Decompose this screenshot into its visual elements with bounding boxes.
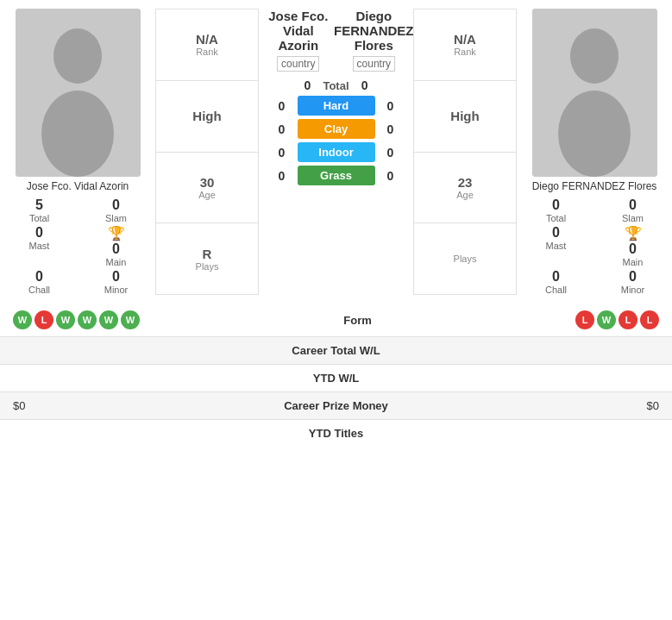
left-chall-label: Chall <box>28 285 50 295</box>
left-age-block: 30 Age <box>156 153 258 224</box>
left-mast-label: Mast <box>29 241 50 251</box>
right-mast-label: Mast <box>546 241 567 251</box>
form-badge-l: L <box>640 310 659 329</box>
left-name-country: Jose Fco. Vidal Azorin country <box>267 9 330 78</box>
form-badge-l: L <box>575 310 594 329</box>
right-age-block: 23 Age <box>414 153 516 224</box>
center-column: Jose Fco. Vidal Azorin country Diego FER… <box>263 9 409 295</box>
right-form-badges: LWLL <box>575 310 659 329</box>
left-minor-cell: 0 Minor <box>81 269 151 295</box>
total-score-row: 0 Total 0 <box>263 78 409 92</box>
left-prize: $0 <box>13 399 25 412</box>
form-badge-w: W <box>13 310 32 329</box>
right-grass-score: 0 <box>382 169 399 183</box>
left-player-name-under: Jose Fco. Vidal Azorin <box>27 180 129 192</box>
right-age-value: 23 <box>458 175 473 190</box>
left-total-value: 5 <box>35 197 43 213</box>
left-total-cell: 5 Total <box>4 197 74 223</box>
form-badge-l: L <box>35 310 53 329</box>
clay-surface-btn[interactable]: Clay <box>298 119 375 139</box>
right-country-tag: country <box>353 56 395 72</box>
total-label: Total <box>323 79 349 92</box>
left-plays-label: Plays <box>196 261 219 272</box>
left-indoor-score: 0 <box>273 146 291 160</box>
svg-point-2 <box>41 91 114 177</box>
right-stats-grid: 0 Total 0 Slam 0 Mast 🏆 0 Main 0 <box>521 197 668 295</box>
ytd-wl-row: YTD W/L <box>0 364 672 391</box>
right-hard-score: 0 <box>382 99 399 113</box>
left-plays-block: R Plays <box>156 223 258 294</box>
right-total-label: Total <box>546 213 566 223</box>
left-main-label: Main <box>106 257 127 267</box>
left-grass-score: 0 <box>273 169 291 183</box>
right-country-row: country <box>353 56 395 72</box>
ytd-wl-label: YTD W/L <box>313 372 359 385</box>
left-minor-label: Minor <box>104 285 129 295</box>
form-badge-l: L <box>619 310 637 329</box>
grass-score-row: 0 Grass 0 <box>263 166 409 185</box>
left-mast-cell: 0 Mast <box>4 225 74 267</box>
right-rank-label: Rank <box>454 47 476 57</box>
right-total-cell: 0 Total <box>521 197 591 223</box>
hard-score-row: 0 Hard 0 <box>263 96 409 116</box>
left-slam-cell: 0 Slam <box>81 197 151 223</box>
left-chall-value: 0 <box>35 269 43 285</box>
left-clay-score: 0 <box>273 122 291 136</box>
left-slam-label: Slam <box>105 213 127 223</box>
svg-point-1 <box>53 28 102 84</box>
left-total-label: Total <box>29 213 49 223</box>
right-mast-value: 0 <box>552 225 560 241</box>
left-age-value: 30 <box>200 175 215 190</box>
left-chall-cell: 0 Chall <box>4 269 74 295</box>
form-badge-w: W <box>597 310 616 329</box>
left-slam-value: 0 <box>112 197 120 213</box>
form-badge-w: W <box>121 310 140 329</box>
player-left: Jose Fco. Vidal Azorin 5 Total 0 Slam 0 … <box>4 9 151 295</box>
form-label: Form <box>343 314 372 327</box>
career-wl-label: Career Total W/L <box>292 344 380 357</box>
score-rows: 0 Total 0 0 Hard 0 0 Clay 0 0 <box>263 78 409 185</box>
grass-surface-btn[interactable]: Grass <box>298 166 375 185</box>
right-rank-value: N/A <box>454 32 476 47</box>
left-hard-score: 0 <box>273 99 291 113</box>
left-country-tag: country <box>277 56 319 72</box>
right-player-name-under: Diego FERNANDEZ Flores <box>532 180 657 192</box>
left-stats-grid: 5 Total 0 Slam 0 Mast 🏆 0 Main 0 <box>4 197 151 295</box>
left-country-row: country <box>277 56 319 72</box>
indoor-surface-btn[interactable]: Indoor <box>298 142 375 162</box>
right-minor-label: Minor <box>621 285 645 295</box>
left-high-block: High <box>156 81 258 153</box>
right-trophy-cell: 🏆 0 Main <box>598 225 668 267</box>
left-avatar <box>16 9 141 177</box>
right-indoor-score: 0 <box>382 146 399 160</box>
left-high-value: High <box>192 109 221 123</box>
left-mast-value: 0 <box>35 225 43 241</box>
career-prize-row: $0 Career Prize Money $0 <box>0 391 672 419</box>
right-name-text: Diego FERNANDEZ Flores <box>334 9 414 53</box>
right-mast-cell: 0 Mast <box>521 225 591 267</box>
right-prize: $0 <box>647 399 659 412</box>
right-total-value: 0 <box>552 197 560 213</box>
right-minor-value: 0 <box>629 269 637 285</box>
players-row: Jose Fco. Vidal Azorin 5 Total 0 Slam 0 … <box>0 0 672 304</box>
right-age-label: Age <box>456 190 474 200</box>
right-name-country: Diego FERNANDEZ Flores country <box>342 9 405 78</box>
right-minor-cell: 0 Minor <box>598 269 668 295</box>
right-trophy-icon: 🏆 <box>625 225 642 241</box>
right-slam-cell: 0 Slam <box>598 197 668 223</box>
right-chall-value: 0 <box>552 269 560 285</box>
svg-point-4 <box>570 28 619 84</box>
left-trophy-icon: 🏆 <box>108 225 125 241</box>
left-rank-block: N/A Rank <box>156 9 258 81</box>
right-high-block: High <box>414 81 516 153</box>
left-name-text: Jose Fco. Vidal Azorin <box>268 9 328 53</box>
right-slam-label: Slam <box>622 213 644 223</box>
clay-score-row: 0 Clay 0 <box>263 119 409 139</box>
left-rank-label: Rank <box>196 47 218 57</box>
hard-surface-btn[interactable]: Hard <box>298 96 375 116</box>
left-total-score: 0 <box>298 78 316 92</box>
right-chall-cell: 0 Chall <box>521 269 591 295</box>
ytd-titles-label: YTD Titles <box>309 427 363 440</box>
left-minor-value: 0 <box>112 269 120 285</box>
form-badge-w: W <box>56 310 75 329</box>
